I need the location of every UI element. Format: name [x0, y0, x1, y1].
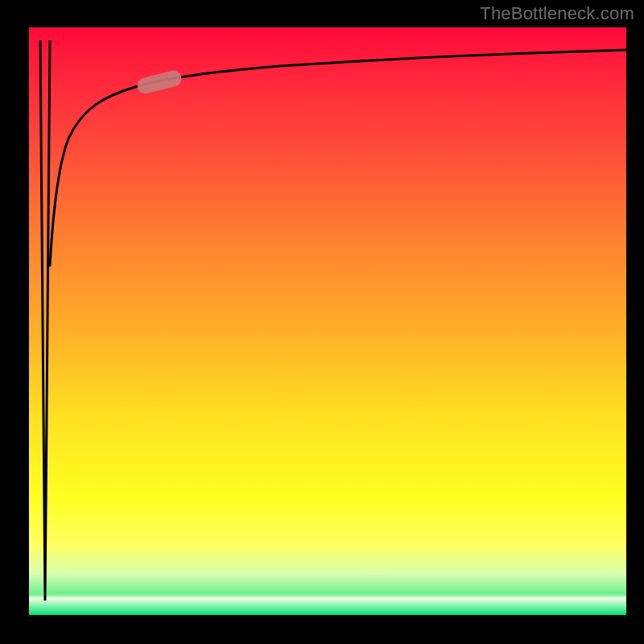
watermark-text: TheBottleneck.com [480, 3, 634, 24]
plot-frame [14, 24, 630, 630]
gradient-green-strip [29, 594, 626, 615]
gradient-fill [29, 27, 626, 615]
chart-stage: TheBottleneck.com [0, 0, 644, 644]
